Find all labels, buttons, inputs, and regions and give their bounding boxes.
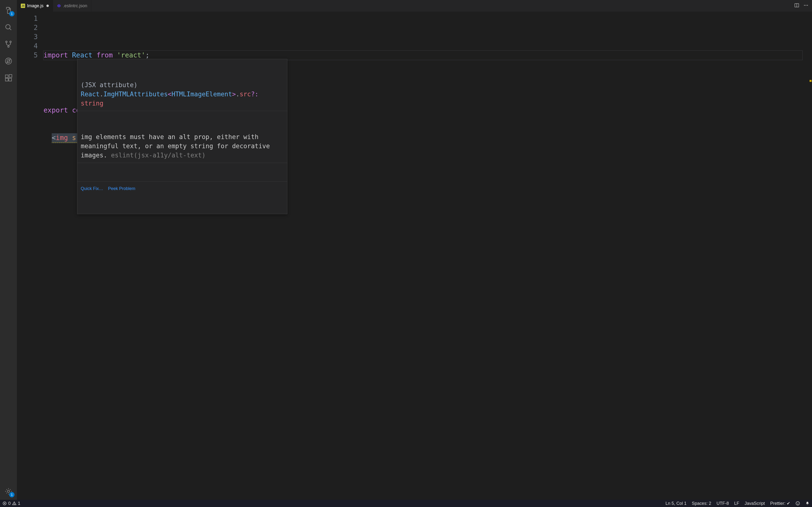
svg-point-27 bbox=[798, 503, 799, 503]
svg-text:JS: JS bbox=[21, 5, 24, 7]
status-problems[interactable]: 0 1 bbox=[2, 501, 20, 506]
eslint-file-icon bbox=[57, 4, 61, 8]
hover-actions: Quick Fix… Peek Problem bbox=[77, 181, 287, 195]
svg-rect-10 bbox=[9, 74, 12, 77]
editor-area: JS Image.js .eslintrc.json bbox=[17, 0, 812, 500]
tab-modified-dot-icon bbox=[46, 5, 49, 7]
status-eol[interactable]: LF bbox=[734, 501, 739, 506]
peek-problem-link[interactable]: Peek Problem bbox=[108, 184, 135, 193]
activity-bar: 1 bbox=[0, 0, 17, 500]
tab-label: Image.js bbox=[27, 3, 44, 8]
status-cursor[interactable]: Ln 5, Col 1 bbox=[666, 501, 687, 506]
hover-signature: (JSX attribute) React.ImgHTMLAttributes<… bbox=[77, 77, 287, 111]
explorer-badge: 1 bbox=[9, 11, 14, 16]
hover-lint-message: img elements must have an alt prop, eith… bbox=[77, 129, 287, 163]
svg-point-17 bbox=[804, 5, 805, 6]
overview-warning-marker[interactable] bbox=[810, 80, 812, 82]
code-line-1: import React from 'react'; bbox=[44, 51, 807, 60]
svg-line-1 bbox=[10, 29, 11, 30]
status-formatter[interactable]: Prettier: ✔ bbox=[770, 501, 790, 506]
status-bell-icon[interactable] bbox=[805, 501, 810, 506]
code-content[interactable]: import React from 'react'; export const … bbox=[44, 12, 807, 500]
tab-label: .eslintrc.json bbox=[63, 3, 87, 8]
explorer-icon[interactable]: 1 bbox=[0, 2, 17, 19]
quick-fix-link[interactable]: Quick Fix… bbox=[81, 184, 103, 193]
status-indent[interactable]: Spaces: 2 bbox=[692, 501, 711, 506]
search-icon[interactable] bbox=[0, 19, 17, 36]
hover-tooltip: (JSX attribute) React.ImgHTMLAttributes<… bbox=[77, 59, 287, 214]
svg-point-3 bbox=[10, 41, 11, 43]
svg-point-4 bbox=[8, 46, 9, 47]
source-control-icon[interactable] bbox=[0, 36, 17, 53]
settings-gear-icon[interactable]: 1 bbox=[0, 483, 17, 500]
split-editor-icon[interactable] bbox=[794, 3, 800, 9]
svg-rect-9 bbox=[9, 78, 11, 81]
status-bar: 0 1 Ln 5, Col 1 Spaces: 2 UTF-8 LF JavaS… bbox=[0, 500, 812, 507]
tab-eslintrc[interactable]: .eslintrc.json bbox=[53, 0, 91, 12]
editor-body[interactable]: 1 2 3 4 5 import React from 'react'; exp… bbox=[17, 12, 812, 500]
status-encoding[interactable]: UTF-8 bbox=[717, 501, 729, 506]
minimap[interactable] bbox=[807, 12, 812, 500]
svg-marker-14 bbox=[57, 4, 61, 7]
svg-point-2 bbox=[6, 41, 7, 43]
svg-point-11 bbox=[7, 490, 9, 492]
status-language[interactable]: JavaScript bbox=[745, 501, 765, 506]
svg-rect-8 bbox=[5, 78, 8, 81]
settings-badge: 1 bbox=[9, 492, 14, 497]
svg-point-26 bbox=[797, 503, 797, 503]
debug-disabled-icon[interactable] bbox=[0, 53, 17, 69]
svg-point-0 bbox=[6, 24, 10, 29]
svg-point-18 bbox=[806, 5, 806, 6]
tab-image-js[interactable]: JS Image.js bbox=[17, 0, 53, 12]
status-feedback-icon[interactable] bbox=[796, 501, 800, 506]
svg-point-24 bbox=[14, 504, 14, 505]
js-file-icon: JS bbox=[21, 4, 25, 8]
warning-icon bbox=[12, 501, 16, 506]
line-number-gutter: 1 2 3 4 5 bbox=[17, 12, 44, 500]
error-icon bbox=[2, 501, 7, 506]
svg-point-25 bbox=[796, 502, 800, 505]
editor-more-icon[interactable] bbox=[803, 3, 809, 9]
extensions-icon[interactable] bbox=[0, 69, 17, 87]
svg-rect-7 bbox=[5, 75, 8, 77]
tab-bar: JS Image.js .eslintrc.json bbox=[17, 0, 812, 12]
svg-point-19 bbox=[807, 5, 808, 6]
